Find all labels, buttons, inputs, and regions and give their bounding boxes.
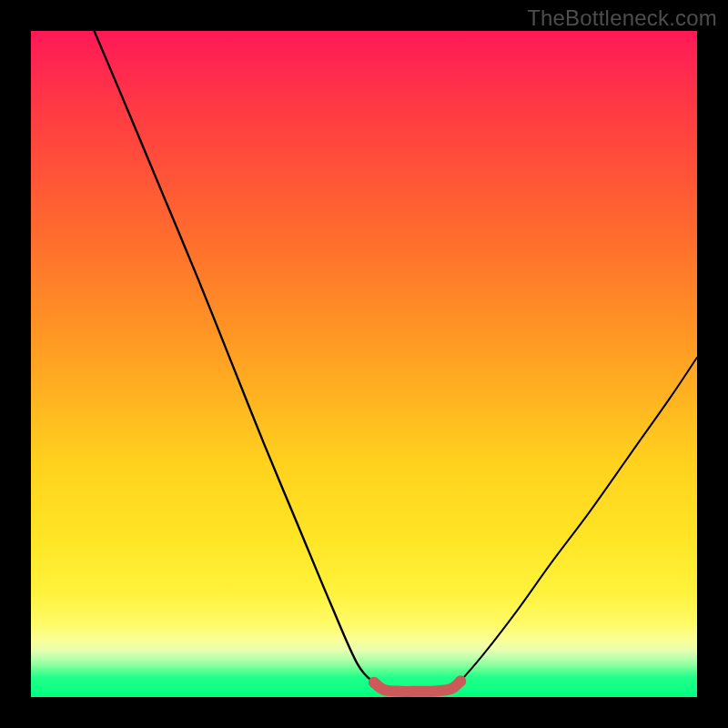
nub-end-dot-left	[369, 677, 379, 688]
curve-right-branch	[460, 358, 697, 682]
curve-left-branch	[95, 31, 374, 682]
curve-bottom-nub	[374, 681, 460, 692]
nub-end-dot-right	[455, 675, 466, 686]
plot-area	[31, 31, 697, 697]
chart-frame: TheBottleneck.com	[0, 0, 728, 728]
bottleneck-curve	[31, 31, 697, 697]
watermark-text: TheBottleneck.com	[527, 5, 717, 31]
